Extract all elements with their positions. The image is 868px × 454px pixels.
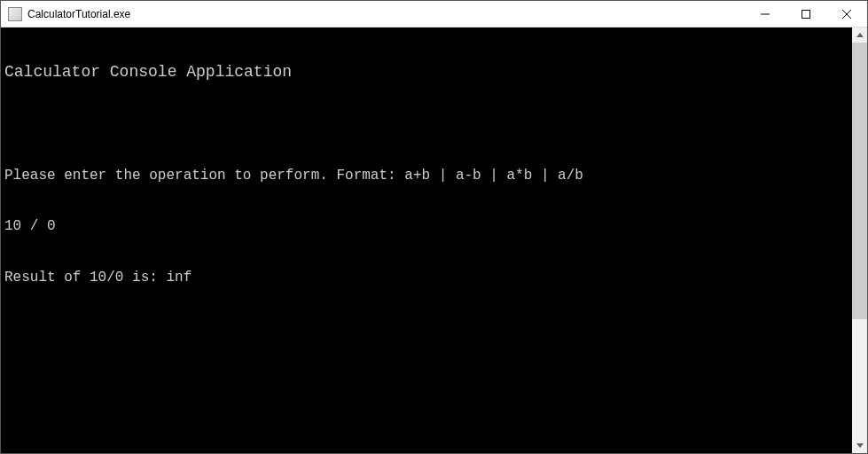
console-line: 10 / 0	[4, 218, 848, 235]
window-title: CalculatorTutorial.exe	[27, 8, 745, 20]
console-output[interactable]: Calculator Console Application Please en…	[1, 27, 852, 453]
maximize-button[interactable]	[786, 1, 826, 27]
console-line: Please enter the operation to perform. F…	[4, 168, 848, 184]
console-line: Calculator Console Application	[4, 63, 848, 82]
app-icon	[8, 7, 22, 21]
console-wrapper: Calculator Console Application Please en…	[1, 27, 867, 453]
scroll-track[interactable]	[852, 43, 867, 438]
scroll-down-arrow[interactable]	[852, 438, 867, 453]
svg-rect-1	[802, 10, 810, 18]
minimize-button[interactable]	[745, 1, 786, 27]
window-controls	[745, 1, 867, 27]
titlebar[interactable]: CalculatorTutorial.exe	[1, 1, 867, 27]
scroll-up-arrow[interactable]	[852, 27, 867, 43]
vertical-scrollbar[interactable]	[852, 27, 867, 453]
console-line	[4, 116, 848, 133]
close-button[interactable]	[826, 1, 867, 27]
console-line: Result of 10/0 is: inf	[4, 270, 848, 286]
scroll-thumb[interactable]	[852, 43, 867, 319]
